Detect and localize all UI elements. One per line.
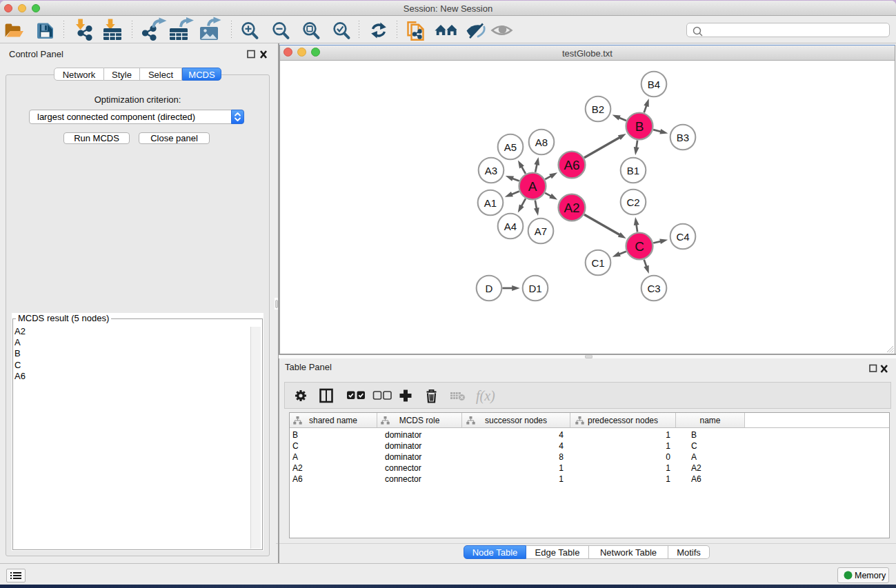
svg-text:A: A: [528, 179, 537, 194]
svg-text:B1: B1: [627, 165, 639, 176]
svg-text:A6: A6: [564, 158, 579, 172]
svg-text:D1: D1: [528, 283, 541, 294]
svg-text:C3: C3: [647, 283, 660, 294]
svg-text:A8: A8: [535, 136, 548, 148]
svg-text:C4: C4: [676, 231, 689, 243]
svg-text:C1: C1: [591, 257, 604, 269]
svg-text:B2: B2: [592, 103, 604, 115]
svg-text:A4: A4: [504, 221, 517, 232]
svg-text:A2: A2: [564, 201, 579, 215]
svg-text:A1: A1: [484, 197, 497, 209]
svg-text:B: B: [635, 119, 644, 134]
svg-text:B3: B3: [677, 132, 689, 143]
svg-text:C: C: [635, 239, 644, 254]
svg-text:A5: A5: [504, 141, 517, 153]
svg-text:C2: C2: [626, 196, 639, 208]
svg-text:D: D: [486, 283, 493, 294]
svg-text:A3: A3: [485, 165, 497, 176]
svg-text:A7: A7: [535, 225, 547, 237]
svg-text:f(x): f(x): [476, 388, 495, 404]
svg-text:B4: B4: [648, 79, 660, 90]
